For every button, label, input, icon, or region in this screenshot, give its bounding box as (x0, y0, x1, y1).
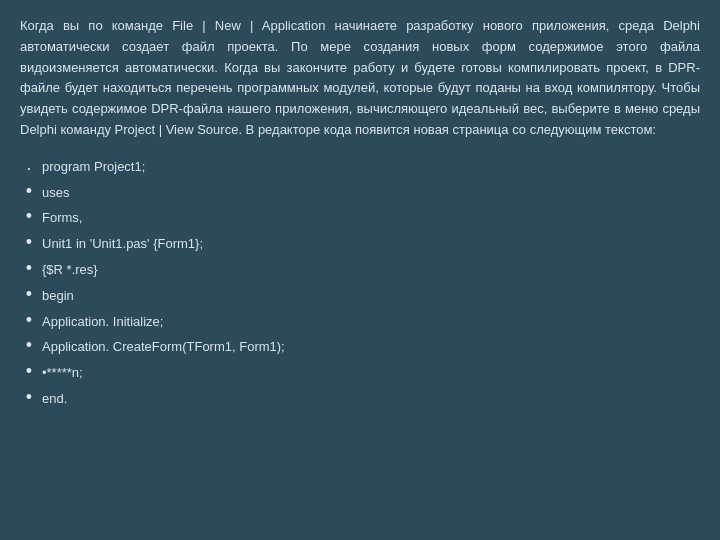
bullet-icon: • (20, 311, 38, 329)
list-item: •{$R *.res} (20, 257, 700, 283)
bullet-icon: • (20, 165, 38, 173)
code-text: end. (42, 389, 67, 410)
code-text: Unit1 in 'Unit1.pas' {Form1}; (42, 234, 203, 255)
code-text: Application. Initialize; (42, 312, 163, 333)
code-text: {$R *.res} (42, 260, 98, 281)
list-item: •Application. CreateForm(TForm1, Form1); (20, 334, 700, 360)
list-item: •Application. Initialize; (20, 309, 700, 335)
bullet-icon: • (20, 388, 38, 406)
list-item: •Unit1 in 'Unit1.pas' {Form1}; (20, 231, 700, 257)
bullet-icon: • (20, 259, 38, 277)
bullet-icon: • (20, 285, 38, 303)
list-item: •end. (20, 386, 700, 412)
code-text: program Project1; (42, 157, 145, 178)
bullet-icon: • (20, 182, 38, 200)
content-area: Когда вы по команде File | New | Applica… (0, 0, 720, 428)
code-text: •*****n; (42, 363, 83, 384)
code-text: uses (42, 183, 69, 204)
list-item: •begin (20, 283, 700, 309)
bullet-icon: • (20, 233, 38, 251)
list-item: •Forms, (20, 205, 700, 231)
code-list: • program Project1;•uses•Forms,•Unit1 in… (20, 155, 700, 412)
code-text: Application. CreateForm(TForm1, Form1); (42, 337, 285, 358)
bullet-icon: • (20, 362, 38, 380)
bullet-icon: • (20, 207, 38, 225)
list-item: ••*****n; (20, 360, 700, 386)
code-text: Forms, (42, 208, 82, 229)
list-item: •uses (20, 180, 700, 206)
bullet-icon: • (20, 336, 38, 354)
code-text: begin (42, 286, 74, 307)
intro-paragraph: Когда вы по команде File | New | Applica… (20, 16, 700, 141)
list-item: • program Project1; (20, 155, 700, 180)
